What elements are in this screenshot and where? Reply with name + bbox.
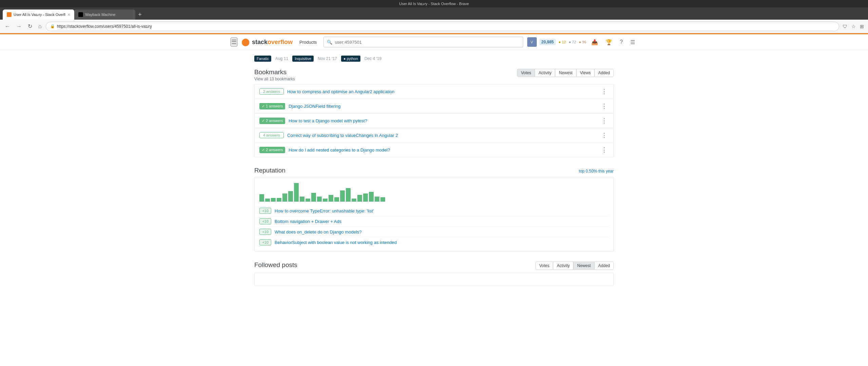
sort-activity-btn[interactable]: Activity <box>535 69 555 77</box>
rep-chart-bar <box>323 199 328 202</box>
rep-chart-bar <box>259 194 264 202</box>
rep-chart-container: +10 How to overcome TypeError: unhashabl… <box>254 177 614 252</box>
tab-close-btn[interactable]: × <box>67 12 70 17</box>
followed-sort-added-btn[interactable]: Added <box>594 262 614 270</box>
rep-chart-bar <box>300 197 304 202</box>
products-nav[interactable]: Products <box>297 38 319 46</box>
tag-inquisitive[interactable]: Inquisitive <box>292 56 314 62</box>
address-bar[interactable]: 🔒 https://stackoverflow.com/users/459750… <box>46 22 839 31</box>
so-header: ☰ ⬤ stackoverflow Products 🔍 V 20,985 ● … <box>0 33 868 50</box>
bookmark-title-3[interactable]: How to test a Django model with pytest? <box>289 118 596 123</box>
rep-link-2[interactable]: Bottom navigation + Drawer + Ads <box>275 219 341 224</box>
followed-sort-votes-btn[interactable]: Votes <box>535 262 553 270</box>
address-text: https://stackoverflow.com/users/4597501/… <box>57 24 835 29</box>
avatar[interactable]: V <box>527 37 537 47</box>
rep-chart-bar <box>334 197 339 202</box>
bookmarks-title-group: Bookmarks View all 13 bookmarks <box>254 68 295 81</box>
rep-chart-bar <box>346 188 351 202</box>
rep-chart-bar <box>311 193 316 202</box>
answer-count-2: ✓ 1 answers <box>259 103 285 109</box>
back-button[interactable]: ← <box>3 22 12 31</box>
bronze-badge: ● 96 <box>579 40 586 44</box>
more-options-5[interactable]: ⋮ <box>600 146 609 154</box>
rep-link-1[interactable]: How to overcome TypeError: unhashable ty… <box>275 208 374 214</box>
followed-title: Followed posts <box>254 261 297 269</box>
bookmark-item-2: ✓ 1 answers Django JSONField filtering ⋮ <box>255 99 613 114</box>
answer-count-5: ✓ 2 answers <box>259 147 285 153</box>
home-button[interactable]: ⌂ <box>36 22 44 31</box>
bookmark-item-4: 4 answers Correct way of subscribing to … <box>255 128 613 143</box>
bookmark-title-1[interactable]: How to compress and optimise an Angular2… <box>287 89 596 94</box>
silver-badge: ● 72 <box>569 40 576 44</box>
rep-chart-bar <box>317 197 322 202</box>
bookmark-btn[interactable]: ☆ <box>850 22 857 30</box>
followed-sort-newest-btn[interactable]: Newest <box>573 262 594 270</box>
browser-titlebar: User All Is Vaɪɹry - Stack Overflow - Br… <box>0 0 868 7</box>
search-input[interactable] <box>323 37 523 47</box>
inbox-button[interactable]: 📥 <box>589 37 600 47</box>
rep-item-2: +10 Bottom navigation + Drawer + Ads <box>259 216 609 227</box>
new-tab-button[interactable]: + <box>135 10 144 20</box>
achievements-button[interactable]: 🏆 <box>603 37 615 47</box>
stack-exchange-button[interactable]: ☰ <box>628 37 637 47</box>
more-options-4[interactable]: ⋮ <box>600 131 609 139</box>
sort-votes-btn[interactable]: Votes <box>517 69 535 77</box>
browser-actions: 🛡 ☆ ⊞ <box>841 22 865 30</box>
rep-title: Reputation <box>254 167 285 174</box>
rep-chart-bar <box>277 198 281 202</box>
forward-button[interactable]: → <box>14 22 24 31</box>
sort-newest-btn[interactable]: Newest <box>555 69 576 77</box>
browser-tab-active[interactable]: User All Is Vaɪɹry - Stack Overfl × <box>3 9 74 20</box>
hamburger-button[interactable]: ☰ <box>231 38 237 46</box>
answer-count-4: 4 answers <box>259 132 284 138</box>
rep-chart-bar <box>380 197 385 202</box>
rep-items: +10 How to overcome TypeError: unhashabl… <box>259 206 609 247</box>
bookmark-item-3: ✓ 2 answers How to test a Django model w… <box>255 114 613 128</box>
reload-button[interactable]: ↻ <box>26 22 34 31</box>
reputation-section: Reputation top 0.50% this year +10 How t… <box>254 167 614 252</box>
rep-top-link[interactable]: top 0.50% this year <box>579 169 614 174</box>
bookmarks-section: Bookmarks View all 13 bookmarks Votes Ac… <box>254 68 614 157</box>
rep-chart-bar <box>288 191 293 202</box>
rep-chart-bar <box>265 199 270 202</box>
bookmarks-title: Bookmarks <box>254 68 295 76</box>
brave-shield-btn[interactable]: 🛡 <box>841 22 849 30</box>
rep-score-3: +10 <box>259 229 271 235</box>
rep-chart-bar <box>329 195 333 202</box>
rep-link-4[interactable]: BehaviorSubject with boolean value is no… <box>275 240 397 245</box>
tab-favicon-wb <box>78 12 83 17</box>
bookmark-title-5[interactable]: How do I add nested categories to a Djan… <box>289 147 596 152</box>
rep-chart-bar <box>305 199 310 202</box>
more-options-1[interactable]: ⋮ <box>600 88 609 95</box>
bookmark-item-5: ✓ 2 answers How do I add nested categori… <box>255 143 613 157</box>
rep-chart-bar <box>282 194 287 202</box>
extension-btn[interactable]: ⊞ <box>859 22 865 30</box>
bookmark-title-2[interactable]: Django JSONField filtering <box>289 104 596 109</box>
followed-header: Followed posts Votes Activity Newest Add… <box>254 261 614 270</box>
tab-label-active: User All Is Vaɪɹry - Stack Overfl <box>14 13 65 17</box>
rep-score-4: +10 <box>259 239 271 245</box>
answer-count-3: ✓ 2 answers <box>259 118 285 124</box>
rep-chart-bar <box>271 198 276 202</box>
tag-inquisitive-date: Nov 21 '17 <box>318 56 337 61</box>
browser-chrome: User All Is Vaɪɹry - Stack Overflow - Br… <box>0 0 868 33</box>
rep-score-1: +10 <box>259 208 271 214</box>
browser-tab-inactive[interactable]: Wayback Machine <box>74 9 135 20</box>
help-button[interactable]: ? <box>617 37 625 47</box>
rep-link-3[interactable]: What does on_delete do on Django models? <box>275 229 362 235</box>
tag-python-date: Dec 4 '19 <box>364 56 381 61</box>
bookmarks-header: Bookmarks View all 13 bookmarks Votes Ac… <box>254 68 614 81</box>
tag-fanatic[interactable]: Fanatic <box>254 56 271 62</box>
so-header-inner: ☰ ⬤ stackoverflow Products 🔍 V 20,985 ● … <box>231 37 637 47</box>
bookmark-title-4[interactable]: Correct way of subscribing to valueChang… <box>287 133 596 138</box>
so-search[interactable]: 🔍 <box>323 37 523 47</box>
more-options-2[interactable]: ⋮ <box>600 102 609 110</box>
sort-added-btn[interactable]: Added <box>594 69 614 77</box>
sort-views-btn[interactable]: Views <box>576 69 595 77</box>
more-options-3[interactable]: ⋮ <box>600 117 609 124</box>
tag-python[interactable]: ● python <box>341 56 360 62</box>
rep-item-4: +10 BehaviorSubject with boolean value i… <box>259 237 609 247</box>
rep-chart-bar <box>357 195 362 202</box>
so-logo[interactable]: ⬤ stackoverflow <box>241 38 293 46</box>
followed-sort-activity-btn[interactable]: Activity <box>553 262 573 270</box>
